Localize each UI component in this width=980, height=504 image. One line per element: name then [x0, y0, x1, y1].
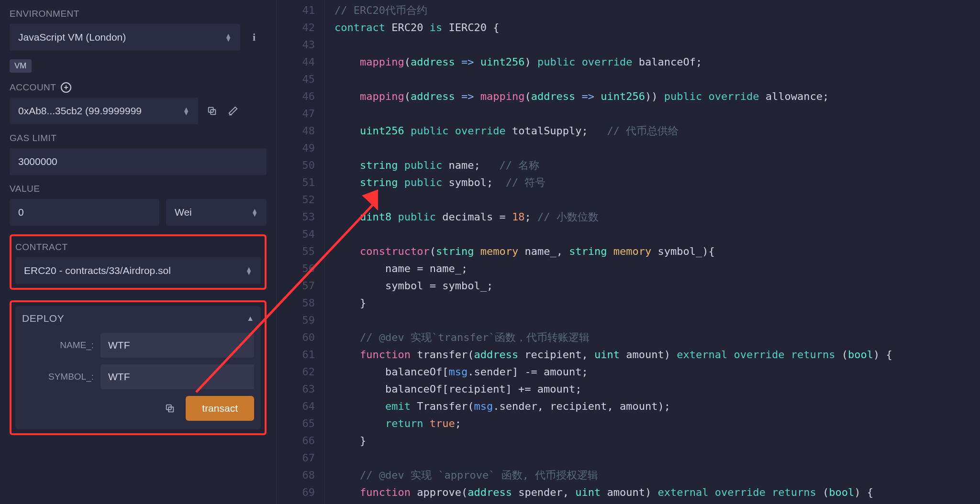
transact-button[interactable]: transact	[186, 396, 254, 421]
param-name-label: NAME_:	[22, 340, 94, 351]
param-symbol-label: SYMBOL_:	[22, 372, 94, 382]
code-editor[interactable]: 4142434445464748495051525354555657585960…	[277, 0, 980, 504]
env-select[interactable]: JavaScript VM (London) ▲▼	[10, 24, 240, 51]
contract-value: ERC20 - contracts/33/Airdrop.sol	[24, 265, 171, 276]
value-unit: Wei	[175, 207, 192, 218]
deploy-highlight: DEPLOY ▲ NAME_: SYMBOL_: transact	[10, 300, 267, 435]
account-select[interactable]: 0xAb8...35cb2 (99.9999999 ▲▼	[10, 98, 198, 124]
gas-label: GAS LIMIT	[10, 133, 267, 143]
deploy-sidebar: ENVIRONMENT JavaScript VM (London) ▲▼ i …	[0, 0, 277, 504]
edit-icon[interactable]	[226, 104, 240, 118]
account-label: ACCOUNT +	[10, 82, 267, 93]
copy-params-icon[interactable]	[163, 401, 177, 416]
info-icon[interactable]: i	[247, 30, 261, 44]
env-label: ENVIRONMENT	[10, 9, 267, 19]
param-symbol-input[interactable]	[100, 364, 254, 389]
vm-chip: VM	[10, 59, 32, 73]
value-label: VALUE	[10, 184, 267, 194]
plus-icon[interactable]: +	[61, 82, 71, 93]
chevron-updown-icon: ▲▼	[183, 107, 189, 115]
value-input[interactable]	[10, 199, 159, 226]
contract-label: CONTRACT	[15, 242, 261, 252]
deploy-title: DEPLOY	[22, 313, 64, 324]
value-unit-select[interactable]: Wei ▲▼	[166, 199, 267, 226]
contract-highlight: CONTRACT ERC20 - contracts/33/Airdrop.so…	[10, 234, 267, 290]
account-value: 0xAb8...35cb2 (99.9999999	[18, 105, 142, 117]
env-value: JavaScript VM (London)	[18, 32, 126, 43]
chevron-updown-icon: ▲▼	[245, 267, 252, 274]
chevron-up-icon[interactable]: ▲	[246, 314, 254, 323]
param-name-input[interactable]	[100, 333, 254, 358]
contract-select[interactable]: ERC20 - contracts/33/Airdrop.sol ▲▼	[15, 257, 261, 284]
deploy-panel: DEPLOY ▲ NAME_: SYMBOL_: transact	[15, 306, 261, 429]
chevron-updown-icon: ▲▼	[251, 208, 258, 216]
code-content[interactable]: // ERC20代币合约contract ERC20 is IERC20 { m…	[324, 0, 980, 504]
copy-icon[interactable]	[205, 104, 219, 118]
line-gutter: 4142434445464748495051525354555657585960…	[277, 0, 324, 504]
gas-input[interactable]	[10, 148, 267, 175]
chevron-updown-icon: ▲▼	[225, 33, 232, 41]
